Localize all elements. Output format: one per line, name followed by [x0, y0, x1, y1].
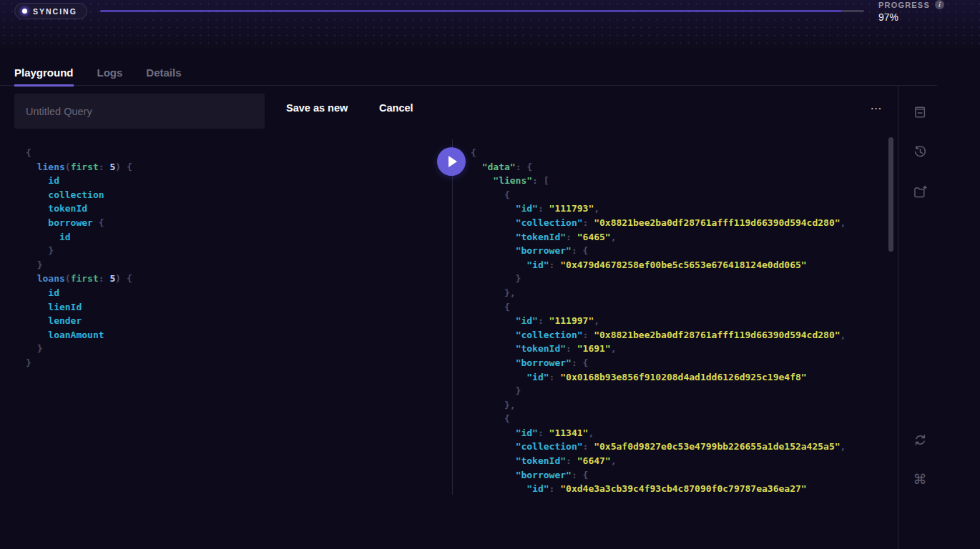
code-line: lienId	[26, 300, 441, 315]
new-folder-icon	[913, 184, 928, 199]
right-sidebar: ⌘	[898, 85, 937, 549]
syncing-badge: SYNCING	[14, 3, 87, 19]
command-icon: ⌘	[913, 473, 927, 486]
code-line: }	[26, 258, 441, 272]
sync-progress-bar	[100, 10, 864, 12]
more-options-button[interactable]: ⋯	[862, 86, 891, 130]
code-line: "id": "11341",	[471, 426, 888, 440]
keyboard-shortcuts-button[interactable]: ⌘	[912, 471, 928, 487]
query-name-input[interactable]	[14, 94, 265, 129]
code-line: {	[471, 300, 888, 315]
response-viewer: { "data": { "liens": [ { "id": "111793",…	[471, 146, 888, 500]
tab-logs[interactable]: Logs	[97, 66, 123, 85]
code-line: collection	[26, 188, 441, 202]
new-folder-button[interactable]	[912, 184, 928, 199]
code-line: {	[471, 412, 888, 426]
saved-queries-icon	[913, 105, 927, 119]
pane-divider	[452, 139, 453, 495]
saved-queries-button[interactable]	[912, 104, 928, 120]
response-scrollbar-thumb[interactable]	[888, 137, 893, 252]
refresh-icon	[913, 432, 928, 447]
code-line: "tokenId": "1691",	[471, 342, 888, 356]
code-line: },	[471, 286, 888, 300]
code-line: liens(first: 5) {	[26, 160, 441, 174]
code-line: lender	[26, 314, 441, 328]
syncing-label: SYNCING	[33, 7, 77, 16]
code-line: {	[471, 188, 888, 202]
play-icon	[449, 156, 457, 167]
code-line: }	[471, 272, 888, 286]
code-line: id	[26, 174, 441, 188]
code-line: "collection": "0x5af0d9827e0c53e4799bb22…	[471, 440, 888, 454]
tab-playground[interactable]: Playground	[14, 66, 74, 86]
code-line: "borrower": {	[471, 356, 888, 370]
code-line: "tokenId": "6647",	[471, 454, 888, 468]
run-query-button[interactable]	[437, 147, 466, 176]
progress-percentage: 97%	[878, 11, 944, 23]
code-line: "borrower": {	[471, 244, 888, 258]
code-line: },	[471, 398, 888, 412]
code-line: }	[26, 356, 441, 370]
code-line: loans(first: 5) {	[26, 272, 441, 286]
code-line: "collection": "0x8821bee2ba0df28761afff1…	[471, 328, 888, 342]
code-line: "collection": "0x8821bee2ba0df28761afff1…	[471, 216, 888, 230]
info-icon[interactable]: i	[935, 0, 944, 9]
playground-editor-area: { liens(first: 5) { id collection tokenI…	[0, 130, 898, 500]
code-line: "liens": [	[471, 174, 888, 188]
query-toolbar: Save as new Cancel ⋯	[0, 86, 898, 130]
tab-details[interactable]: Details	[146, 66, 181, 85]
code-line: borrower {	[26, 216, 441, 230]
code-line: loanAmount	[26, 328, 441, 342]
progress-bar-fill	[100, 10, 841, 12]
refresh-button[interactable]	[912, 432, 928, 447]
code-line: "data": {	[471, 160, 888, 174]
code-line: {	[471, 146, 888, 160]
code-line: id	[26, 230, 441, 244]
query-history-button[interactable]	[912, 144, 928, 159]
code-line: {	[26, 146, 441, 160]
history-icon	[913, 144, 928, 159]
syncing-status-dot	[22, 9, 27, 14]
code-line: "id": "0x0168b93e856f910208d4ad1dd6126d9…	[471, 370, 888, 385]
code-line: "id": "0x479d4678258ef00be5c5653e6764181…	[471, 258, 888, 272]
progress-info-block: PROGRESS i 97%	[878, 0, 944, 23]
save-as-new-button[interactable]: Save as new	[286, 86, 348, 130]
code-line: "id": "0xd4e3a3cb39c4f93cb4c87090f0c7978…	[471, 482, 888, 496]
code-line: }	[26, 342, 441, 356]
code-line: "tokenId": "6465",	[471, 230, 888, 244]
code-line: tokenId	[26, 202, 441, 216]
code-line: "borrower": {	[471, 468, 888, 483]
tab-bar: Playground Logs Details	[0, 66, 937, 86]
query-editor[interactable]: { liens(first: 5) { id collection tokenI…	[26, 146, 441, 500]
cancel-button[interactable]: Cancel	[379, 86, 413, 130]
dot-pattern-decoration	[0, 0, 980, 50]
code-line: id	[26, 286, 441, 300]
code-line: }	[471, 384, 888, 398]
code-line: "id": "111793",	[471, 202, 888, 216]
code-line: "id": "111997",	[471, 314, 888, 328]
code-line: }	[26, 244, 441, 258]
top-status-bar: SYNCING PROGRESS i 97%	[0, 0, 980, 50]
progress-label: PROGRESS	[878, 1, 930, 9]
